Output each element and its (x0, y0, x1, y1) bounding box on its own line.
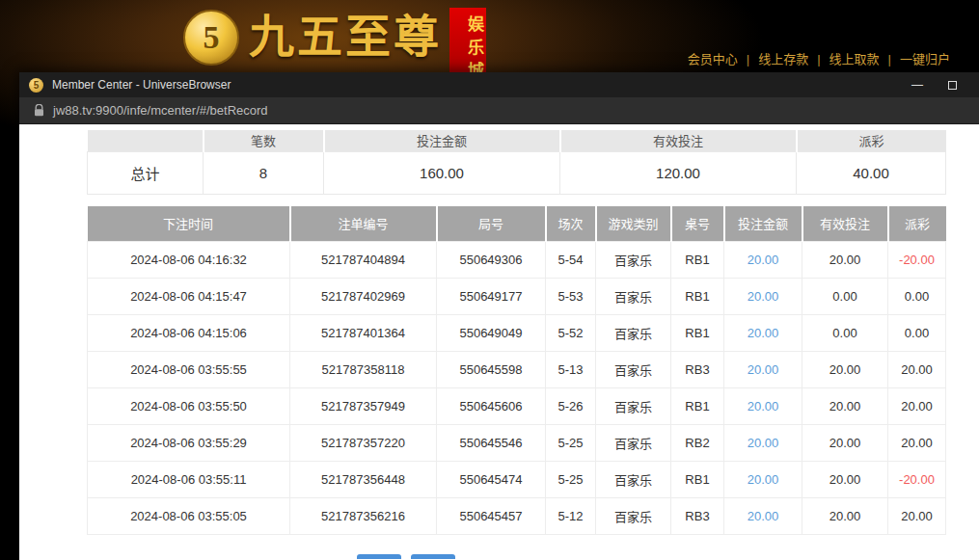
payout: 20.00 (888, 352, 946, 388)
column-header: 游戏类别 (596, 206, 671, 242)
window-titlebar[interactable]: 5 Member Center - UniverseBrowser — (19, 72, 979, 97)
total-valid-bet: 120.00 (560, 151, 797, 194)
payout: 20.00 (888, 425, 946, 462)
bet-time: 2024-08-06 03:55:55 (88, 352, 290, 388)
table-no: RB3 (671, 352, 724, 388)
url-text[interactable]: jw88.tv:9900/infe/mcenter/#/betRecord (53, 103, 268, 118)
bet-time: 2024-08-06 03:55:50 (88, 388, 290, 425)
summary-col-payout: 派彩 (797, 130, 946, 151)
total-bet-amount: 160.00 (324, 151, 560, 194)
nav-separator: | (747, 52, 749, 67)
bet-id: 521787404894 (290, 242, 437, 279)
page-content: 笔数 投注金额 有效投注 派彩 总计 8 160.00 120.00 40.00 (19, 124, 979, 559)
pagination-button[interactable] (357, 554, 401, 559)
bet-id: 521787401364 (290, 315, 437, 352)
table-no: RB1 (671, 242, 724, 279)
total-count: 8 (204, 151, 324, 194)
round-id: 550645598 (437, 352, 546, 388)
table-row: 2024-08-06 04:15:06521787401364550649049… (88, 315, 946, 352)
nav-separator: | (817, 52, 820, 67)
window-app-icon: 5 (29, 78, 43, 93)
game-type: 百家乐 (596, 425, 671, 462)
game-type: 百家乐 (596, 242, 671, 279)
table-row: 2024-08-06 03:55:50521787357949550645606… (88, 388, 946, 425)
payout: -20.00 (888, 462, 946, 498)
game-type: 百家乐 (596, 388, 671, 425)
game-type: 百家乐 (596, 315, 671, 352)
valid-bet: 0.00 (802, 279, 888, 315)
table-row: 2024-08-06 03:55:11521787356448550645474… (88, 462, 946, 498)
table-row: 2024-08-06 03:55:29521787357220550645546… (88, 425, 946, 462)
table-no: RB2 (671, 425, 724, 462)
bet-id: 521787357949 (290, 388, 437, 425)
bet-record-table: 下注时间注单编号局号场次游戏类别桌号投注金额有效投注派彩 2024-08-06 … (87, 206, 946, 536)
nav-one-key-transfer[interactable]: 一键归户 (900, 52, 950, 67)
session: 5-54 (546, 242, 596, 279)
round-id: 550649306 (437, 242, 546, 279)
table-no: RB1 (671, 315, 724, 352)
summary-total-row: 总计 8 160.00 120.00 40.00 (88, 151, 946, 194)
round-id: 550649177 (437, 279, 546, 315)
bet-id: 521787358118 (290, 352, 437, 388)
valid-bet: 20.00 (802, 425, 888, 462)
column-header: 局号 (437, 206, 546, 242)
bet-amount-link[interactable]: 20.00 (724, 462, 802, 498)
valid-bet: 20.00 (802, 462, 888, 498)
lock-icon (34, 104, 44, 117)
bet-amount-link[interactable]: 20.00 (724, 388, 802, 425)
browser-address-bar[interactable]: jw88.tv:9900/infe/mcenter/#/betRecord (19, 97, 979, 124)
bet-id: 521787356216 (290, 498, 437, 535)
summary-col-count: 笔数 (204, 130, 324, 151)
nav-online-withdraw[interactable]: 线上取款 (829, 52, 880, 67)
summary-table: 笔数 投注金额 有效投注 派彩 总计 8 160.00 120.00 40.00 (87, 130, 946, 195)
total-label: 总计 (88, 151, 204, 194)
valid-bet: 20.00 (802, 242, 888, 279)
bet-amount-link[interactable]: 20.00 (724, 352, 802, 388)
window-minimize-button[interactable]: — (900, 72, 935, 97)
bet-amount-link[interactable]: 20.00 (724, 279, 802, 315)
table-no: RB1 (671, 462, 724, 498)
nav-member-center[interactable]: 会员中心 (688, 52, 738, 67)
bet-time: 2024-08-06 04:16:32 (88, 242, 290, 279)
table-row: 2024-08-06 03:55:55521787358118550645598… (88, 352, 946, 388)
column-header: 桌号 (671, 206, 724, 242)
bet-amount-link[interactable]: 20.00 (724, 498, 802, 535)
bet-time: 2024-08-06 04:15:47 (88, 279, 290, 315)
column-header: 场次 (546, 206, 596, 242)
window-maximize-button[interactable] (935, 72, 969, 97)
top-nav: 会员中心|线上存款|线上取款|一键归户 (688, 49, 950, 67)
bet-time: 2024-08-06 03:55:29 (88, 425, 290, 462)
valid-bet: 20.00 (802, 352, 888, 388)
column-header: 有效投注 (802, 206, 888, 242)
session: 5-53 (546, 279, 596, 315)
table-row: 2024-08-06 04:15:47521787402969550649177… (88, 279, 946, 315)
session: 5-25 (546, 425, 596, 462)
bet-amount-link[interactable]: 20.00 (724, 425, 802, 462)
table-row: 2024-08-06 04:16:32521787404894550649306… (88, 242, 946, 279)
bet-id: 521787402969 (290, 279, 437, 315)
bet-amount-link[interactable]: 20.00 (724, 242, 802, 279)
payout: -20.00 (888, 242, 946, 279)
game-type: 百家乐 (596, 498, 671, 535)
bet-table-body: 2024-08-06 04:16:32521787404894550649306… (88, 242, 946, 535)
game-type: 百家乐 (596, 279, 671, 315)
payout: 0.00 (888, 279, 946, 315)
session: 5-12 (546, 498, 596, 535)
session: 5-25 (546, 462, 596, 498)
brand-coin-icon: 5 (183, 10, 239, 66)
game-type: 百家乐 (596, 352, 671, 388)
round-id: 550649049 (437, 315, 546, 352)
column-header: 投注金额 (724, 206, 802, 242)
nav-online-deposit[interactable]: 线上存款 (758, 52, 808, 67)
session: 5-52 (546, 315, 596, 352)
bet-table-header-row: 下注时间注单编号局号场次游戏类别桌号投注金额有效投注派彩 (88, 206, 946, 242)
valid-bet: 0.00 (802, 315, 888, 352)
browser-window: 5 Member Center - UniverseBrowser — jw88… (19, 72, 979, 560)
window-title: Member Center - UniverseBrowser (52, 78, 900, 92)
table-no: RB1 (671, 279, 724, 315)
pagination-button[interactable] (411, 554, 455, 559)
summary-col-blank (88, 130, 204, 151)
bet-amount-link[interactable]: 20.00 (724, 315, 802, 352)
bet-time: 2024-08-06 03:55:05 (88, 498, 290, 535)
game-type: 百家乐 (596, 462, 671, 498)
